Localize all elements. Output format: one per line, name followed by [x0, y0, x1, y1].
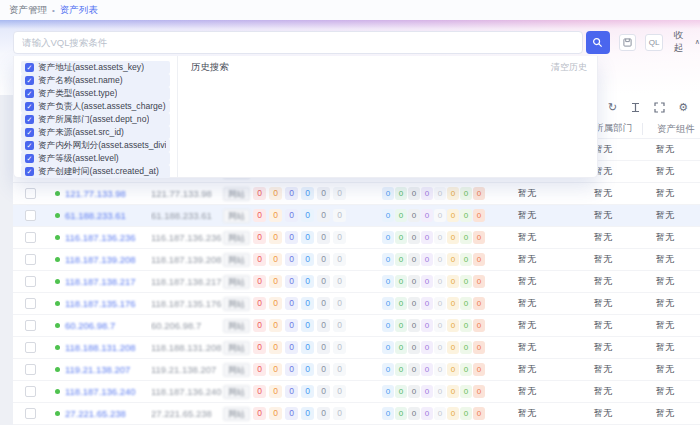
save-icon: [623, 38, 632, 47]
row-checkbox[interactable]: [25, 276, 36, 287]
count-badge: 0: [395, 385, 407, 398]
field-option-label: 资产名称(asset.name): [38, 75, 123, 87]
count-badge: 0: [460, 319, 472, 332]
table-row[interactable]: 118.187.139.208 118.187.139.208 网站 0 0 0…: [13, 249, 700, 271]
asset-address-link[interactable]: 116.187.136.236: [65, 232, 136, 243]
count-badge: 0: [382, 341, 394, 354]
asset-type-tag: 网站: [223, 231, 250, 245]
count-badge: 0: [253, 407, 266, 420]
fullscreen-icon[interactable]: [654, 102, 665, 113]
count-badge: 0: [301, 275, 314, 288]
badge-group-2: 0 0 0 0 0 0 0 0: [368, 253, 496, 266]
search-input[interactable]: [13, 31, 583, 54]
save-search-button[interactable]: [619, 34, 636, 51]
count-badge: 0: [285, 407, 298, 420]
asset-address-link[interactable]: 118.187.139.208: [65, 254, 136, 265]
row-density-icon[interactable]: [630, 102, 641, 113]
field-option[interactable]: ✓ 资产等级(asset.level): [21, 152, 170, 165]
checked-checkbox-icon[interactable]: ✓: [25, 141, 34, 150]
count-badge: 0: [460, 363, 472, 376]
checked-checkbox-icon[interactable]: ✓: [25, 167, 34, 176]
field-option-label: 资产地址(asset.assets_key): [38, 62, 144, 74]
count-badge: 0: [408, 275, 420, 288]
checked-checkbox-icon[interactable]: ✓: [25, 102, 34, 111]
field-option[interactable]: ✓ 资产来源(asset.src_id): [21, 126, 170, 139]
clear-history-link[interactable]: 清空历史: [551, 61, 587, 74]
asset-type-tag: 网站: [223, 407, 250, 421]
count-badge: 0: [460, 231, 472, 244]
asset-name: 116.187.136.236: [151, 232, 222, 243]
gear-icon[interactable]: ⚙: [678, 102, 688, 113]
checked-checkbox-icon[interactable]: ✓: [25, 63, 34, 72]
count-badge: 0: [285, 187, 298, 200]
count-badge: 0: [473, 231, 485, 244]
count-badge: 0: [253, 363, 266, 376]
table-row[interactable]: 118.187.138.217 118.187.138.217 网站 0 0 0…: [13, 271, 700, 293]
checked-checkbox-icon[interactable]: ✓: [25, 128, 34, 137]
row-checkbox[interactable]: [25, 386, 36, 397]
row-checkbox[interactable]: [25, 320, 36, 331]
count-badge: 0: [421, 385, 433, 398]
table-row[interactable]: 118.187.136.240 118.187.136.240 网站 0 0 0…: [13, 381, 700, 403]
row-checkbox[interactable]: [25, 254, 36, 265]
search-button[interactable]: [586, 31, 610, 54]
badge-group-1: 0 0 0 0 0 0: [253, 209, 368, 222]
count-badge: 0: [382, 253, 394, 266]
asset-address-link[interactable]: 118.187.135.176: [65, 298, 136, 309]
table-row[interactable]: 60.206.98.7 60.206.98.7 网站 0 0 0 0 0 0 0…: [13, 315, 700, 337]
count-badge: 0: [382, 209, 394, 222]
status-online-dot: [55, 235, 60, 240]
row-checkbox[interactable]: [25, 364, 36, 375]
table-row[interactable]: 121.77.133.98 121.77.133.98 网站 0 0 0 0 0…: [13, 183, 700, 205]
count-badge: 0: [301, 341, 314, 354]
checked-checkbox-icon[interactable]: ✓: [25, 89, 34, 98]
component-cell: 暂无: [656, 342, 674, 352]
row-checkbox[interactable]: [25, 188, 36, 199]
count-badge: 0: [317, 407, 330, 420]
count-badge: 0: [253, 385, 266, 398]
table-row[interactable]: 61.188.233.61 61.188.233.61 网站 0 0 0 0 0…: [13, 205, 700, 227]
table-row[interactable]: 119.21.138.207 119.21.138.207 网站 0 0 0 0…: [13, 359, 700, 381]
field-option[interactable]: ✓ 资产创建时间(asset.created_at): [21, 165, 170, 178]
row-checkbox[interactable]: [25, 342, 36, 353]
count-badge: 0: [382, 187, 394, 200]
table-row[interactable]: 116.187.136.236 116.187.136.236 网站 0 0 0…: [13, 227, 700, 249]
asset-type-tag: 网站: [223, 363, 250, 377]
field-option[interactable]: ✓ 资产类型(asset.type): [21, 87, 170, 100]
breadcrumb-section[interactable]: 资产管理: [9, 4, 47, 17]
vql-mode-button[interactable]: QL: [645, 34, 662, 51]
asset-address-link[interactable]: 118.187.136.240: [65, 386, 136, 397]
asset-address-link[interactable]: 121.77.133.98: [65, 188, 126, 199]
row-checkbox[interactable]: [25, 298, 36, 309]
count-badge: 0: [285, 319, 298, 332]
refresh-icon[interactable]: ↻: [608, 102, 617, 113]
owner-cell: 暂无: [518, 298, 536, 308]
count-badge: 0: [317, 275, 330, 288]
table-row[interactable]: 118.187.135.176 118.187.135.176 网站 0 0 0…: [13, 293, 700, 315]
asset-address-link[interactable]: 118.187.138.217: [65, 276, 136, 287]
count-badge: 0: [333, 385, 346, 398]
badge-group-2: 0 0 0 0 0 0 0 0: [368, 231, 496, 244]
checked-checkbox-icon[interactable]: ✓: [25, 76, 34, 85]
row-checkbox[interactable]: [25, 210, 36, 221]
asset-address-link[interactable]: 61.188.233.61: [65, 210, 126, 221]
asset-address-link[interactable]: 27.221.65.238: [65, 408, 126, 419]
field-option[interactable]: ✓ 资产负责人(asset.assets_charge): [21, 100, 170, 113]
field-option[interactable]: ✓ 资产内外网划分(asset.assets_division): [21, 139, 170, 152]
field-option[interactable]: ✓ 资产地址(asset.assets_key): [21, 61, 170, 74]
row-checkbox[interactable]: [25, 232, 36, 243]
asset-address-link[interactable]: 119.21.138.207: [65, 364, 130, 375]
field-option[interactable]: ✓ 资产所属部门(asset.dept_no): [21, 113, 170, 126]
asset-address-link[interactable]: 118.188.131.208: [65, 342, 136, 353]
component-cell: 暂无: [656, 320, 674, 330]
table-row[interactable]: 27.221.65.238 27.221.65.238 网站 0 0 0 0 0…: [13, 403, 700, 425]
badge-group-1: 0 0 0 0 0 0: [253, 407, 368, 420]
table-row[interactable]: 118.188.131.208 118.188.131.208 网站 0 0 0…: [13, 337, 700, 359]
row-checkbox[interactable]: [25, 408, 36, 419]
field-option[interactable]: ✓ 资产名称(asset.name): [21, 74, 170, 87]
asset-address-link[interactable]: 60.206.98.7: [65, 320, 115, 331]
checked-checkbox-icon[interactable]: ✓: [25, 115, 34, 124]
checked-checkbox-icon[interactable]: ✓: [25, 154, 34, 163]
collapse-toggle[interactable]: 收起 ∧: [674, 29, 700, 55]
status-online-dot: [55, 323, 60, 328]
